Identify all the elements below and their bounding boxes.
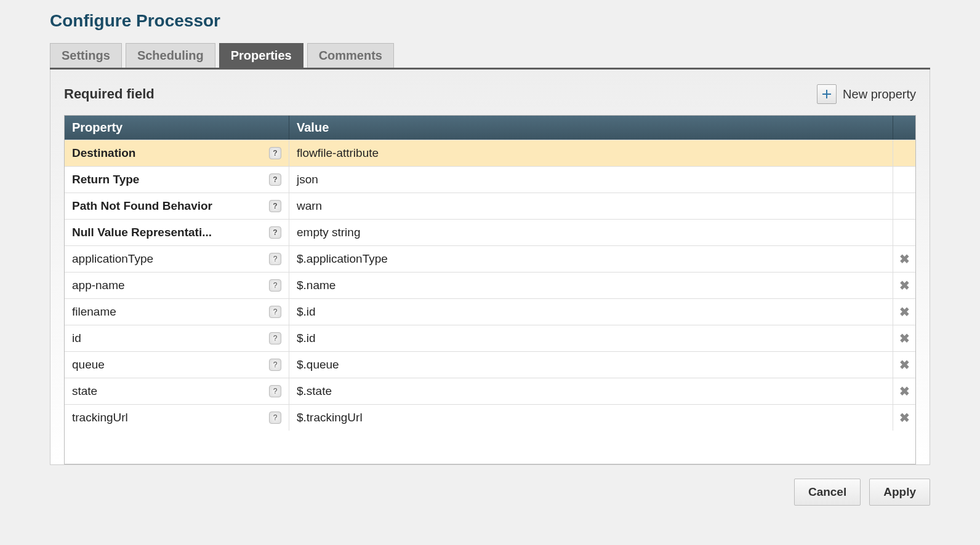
panel-header: Required field New property: [50, 84, 930, 115]
table-row[interactable]: trackingUrl ? $.trackingUrl ✖: [65, 404, 915, 431]
tab-settings[interactable]: Settings: [50, 43, 122, 68]
property-name: Return Type: [72, 173, 264, 186]
property-action-cell: ✖: [893, 272, 915, 298]
help-icon[interactable]: ?: [269, 253, 281, 265]
column-header-property: Property: [65, 116, 289, 140]
property-name-cell: Null Value Representati... ?: [65, 220, 289, 245]
property-action-cell: [893, 167, 915, 193]
table-row[interactable]: id ? $.id ✖: [65, 325, 915, 351]
table-row[interactable]: applicationType ? $.applicationType ✖: [65, 245, 915, 272]
property-name-cell: applicationType ?: [65, 246, 289, 272]
properties-table: Property Value Destination ? flowfile-at…: [64, 115, 916, 464]
help-icon[interactable]: ?: [269, 226, 281, 239]
help-icon[interactable]: ?: [269, 359, 281, 371]
column-header-actions: [893, 116, 915, 140]
delete-icon[interactable]: ✖: [899, 412, 910, 424]
property-value-cell[interactable]: $.id: [289, 325, 893, 351]
tab-bar: Settings Scheduling Properties Comments: [50, 43, 930, 70]
property-name: state: [72, 384, 264, 398]
table-row[interactable]: queue ? $.queue ✖: [65, 351, 915, 378]
property-action-cell: ✖: [893, 325, 915, 351]
property-value-cell[interactable]: warn: [289, 193, 893, 219]
property-name: trackingUrl: [72, 411, 264, 424]
delete-icon[interactable]: ✖: [899, 253, 910, 265]
property-name: Destination: [72, 146, 264, 160]
property-action-cell: [893, 220, 915, 245]
property-value-cell[interactable]: $.id: [289, 299, 893, 325]
help-icon[interactable]: ?: [269, 200, 281, 212]
property-name-cell: app-name ?: [65, 272, 289, 298]
delete-icon[interactable]: ✖: [899, 279, 910, 292]
apply-button[interactable]: Apply: [869, 479, 930, 506]
property-value-cell[interactable]: empty string: [289, 220, 893, 245]
property-name: applicationType: [72, 252, 264, 266]
table-row[interactable]: Null Value Representati... ? empty strin…: [65, 219, 915, 245]
table-row[interactable]: Path Not Found Behavior ? warn: [65, 193, 915, 219]
table-row[interactable]: state ? $.state ✖: [65, 378, 915, 404]
help-icon[interactable]: ?: [269, 412, 281, 424]
delete-icon[interactable]: ✖: [899, 306, 910, 318]
tab-comments[interactable]: Comments: [307, 43, 394, 68]
help-icon[interactable]: ?: [269, 147, 281, 159]
property-action-cell: [893, 140, 915, 166]
new-property-button[interactable]: New property: [817, 84, 916, 104]
table-row[interactable]: filename ? $.id ✖: [65, 298, 915, 325]
table-header: Property Value: [65, 116, 915, 140]
table-body: Destination ? flowfile-attribute Return …: [65, 140, 915, 464]
delete-icon[interactable]: ✖: [899, 359, 910, 371]
plus-icon: [817, 84, 837, 104]
help-icon[interactable]: ?: [269, 306, 281, 318]
property-name-cell: trackingUrl ?: [65, 405, 289, 431]
property-value-cell[interactable]: $.applicationType: [289, 246, 893, 272]
property-value-cell[interactable]: $.state: [289, 378, 893, 404]
delete-icon[interactable]: ✖: [899, 385, 910, 397]
table-row[interactable]: Destination ? flowfile-attribute: [65, 140, 915, 166]
help-icon[interactable]: ?: [269, 385, 281, 397]
property-name-cell: Destination ?: [65, 140, 289, 166]
new-property-label: New property: [843, 87, 916, 101]
property-name-cell: Return Type ?: [65, 167, 289, 193]
dialog-title: Configure Processor: [50, 11, 930, 31]
property-action-cell: ✖: [893, 378, 915, 404]
table-row[interactable]: Return Type ? json: [65, 166, 915, 193]
property-name: app-name: [72, 279, 264, 292]
property-name: Null Value Representati...: [72, 226, 264, 239]
configure-processor-dialog: Configure Processor Settings Scheduling …: [50, 11, 930, 512]
property-action-cell: [893, 193, 915, 219]
property-action-cell: ✖: [893, 299, 915, 325]
property-value-cell[interactable]: flowfile-attribute: [289, 140, 893, 166]
cancel-button[interactable]: Cancel: [794, 479, 861, 506]
help-icon[interactable]: ?: [269, 332, 281, 344]
property-name-cell: filename ?: [65, 299, 289, 325]
property-value-cell[interactable]: json: [289, 167, 893, 193]
help-icon[interactable]: ?: [269, 279, 281, 292]
property-name: Path Not Found Behavior: [72, 199, 264, 213]
property-name-cell: id ?: [65, 325, 289, 351]
property-name: filename: [72, 305, 264, 319]
property-action-cell: ✖: [893, 352, 915, 378]
delete-icon[interactable]: ✖: [899, 332, 910, 344]
property-value-cell[interactable]: $.queue: [289, 352, 893, 378]
tab-scheduling[interactable]: Scheduling: [126, 43, 215, 68]
property-name: id: [72, 332, 264, 345]
property-name-cell: Path Not Found Behavior ?: [65, 193, 289, 219]
help-icon[interactable]: ?: [269, 173, 281, 186]
property-action-cell: ✖: [893, 405, 915, 431]
property-name-cell: state ?: [65, 378, 289, 404]
tab-properties[interactable]: Properties: [219, 43, 303, 68]
table-row[interactable]: app-name ? $.name ✖: [65, 272, 915, 298]
required-field-label: Required field: [64, 86, 155, 102]
property-name-cell: queue ?: [65, 352, 289, 378]
property-name: queue: [72, 358, 264, 372]
property-value-cell[interactable]: $.trackingUrl: [289, 405, 893, 431]
property-action-cell: ✖: [893, 246, 915, 272]
column-header-value: Value: [289, 116, 893, 140]
property-value-cell[interactable]: $.name: [289, 272, 893, 298]
dialog-footer: Cancel Apply: [50, 465, 930, 512]
properties-panel: Required field New property Property Val…: [50, 70, 930, 465]
